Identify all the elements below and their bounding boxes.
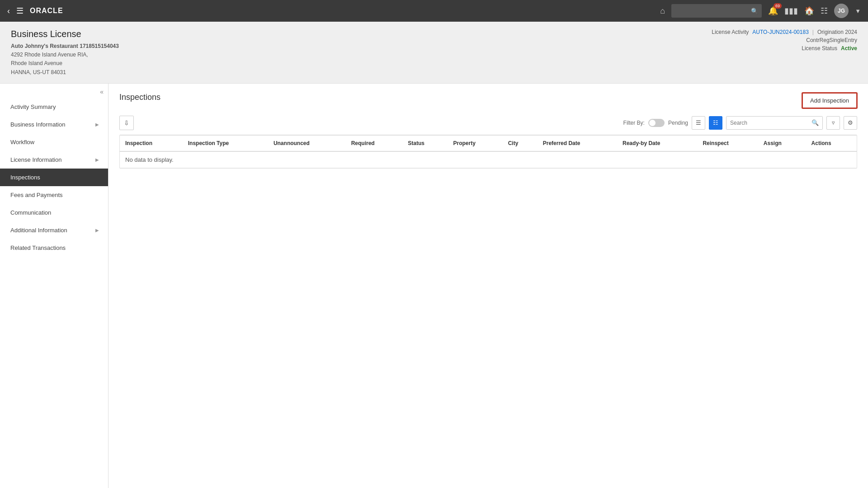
license-activity-label: License Activity <box>712 29 749 35</box>
sidebar-item-label-license-information: License Information <box>10 156 61 163</box>
sidebar-item-related-transactions[interactable]: Related Transactions <box>0 239 108 257</box>
business-address: Auto Johnny's Restaurant 1718515154043 4… <box>11 42 119 77</box>
sidebar-item-communication[interactable]: Communication <box>0 204 108 221</box>
col-header-preferred-date: Preferred Date <box>538 135 617 151</box>
license-status-label: License Status <box>802 45 837 52</box>
origination-label: Origination 2024 <box>817 29 857 35</box>
grid-icon[interactable]: ☷ <box>821 6 828 16</box>
grid-view-button[interactable]: ☷ <box>709 116 722 130</box>
back-button[interactable]: ‹ <box>7 6 10 16</box>
page-header: Business License Auto Johnny's Restauran… <box>0 22 868 84</box>
top-navigation: ‹ ☰ ORACLE ⌂ 🔍 🔔 69 ▮▮▮ 🏠 ☷ JG ▼ <box>0 0 868 22</box>
list-view-button[interactable]: ☰ <box>692 116 705 130</box>
business-title-block: Business License Auto Johnny's Restauran… <box>11 29 119 77</box>
sidebar-item-label-inspections: Inspections <box>10 174 40 181</box>
main-content: Inspections Add Inspection ⇩ Filter By: … <box>108 84 868 488</box>
table-header: InspectionInspection TypeUnannouncedRequ… <box>120 135 857 151</box>
col-header-unannounced: Unannounced <box>268 135 346 151</box>
user-avatar[interactable]: JG <box>834 4 849 18</box>
col-header-ready-by-date: Ready-by Date <box>617 135 697 151</box>
sidebar-chevron-license-information: ▶ <box>95 157 99 162</box>
origination-value-row: ContrRegSingleEntry <box>712 37 857 43</box>
sidebar-item-label-fees-and-payments: Fees and Payments <box>10 192 63 198</box>
table-row-no-data: No data to display. <box>120 151 857 168</box>
sidebar-item-label-related-transactions: Related Transactions <box>10 244 66 251</box>
notification-badge: 69 <box>774 3 782 9</box>
sidebar-item-additional-information[interactable]: Additional Information▶ <box>0 221 108 239</box>
sidebar-item-activity-summary[interactable]: Activity Summary <box>0 98 108 116</box>
global-search-wrapper: 🔍 <box>671 4 762 18</box>
column-settings-button[interactable]: ⚙ <box>844 116 857 130</box>
col-header-inspection: Inspection <box>120 135 183 151</box>
add-inspection-button[interactable]: Add Inspection <box>802 93 857 108</box>
sidebar-item-label-activity-summary: Activity Summary <box>10 103 56 110</box>
inspections-table: InspectionInspection TypeUnannouncedRequ… <box>120 135 857 168</box>
col-header-assign: Assign <box>758 135 806 151</box>
table-search-wrapper: 🔍 <box>726 116 823 130</box>
filter-by-label: Filter By: <box>623 120 645 126</box>
table-toolbar: ⇩ Filter By: Pending ☰ ☷ 🔍 ▿ ⚙ <box>119 116 857 130</box>
col-header-required: Required <box>346 135 403 151</box>
pending-label: Pending <box>668 120 688 126</box>
license-activity-row: License Activity AUTO-JUN2024-00183 | Or… <box>712 29 857 35</box>
sidebar-item-business-information[interactable]: Business Information▶ <box>0 116 108 133</box>
page-title: Business License <box>11 29 119 39</box>
sidebar-item-license-information[interactable]: License Information▶ <box>0 151 108 169</box>
address-line3: HANNA, US-UT 84031 <box>11 69 66 75</box>
col-header-status: Status <box>402 135 448 151</box>
sidebar: « Activity SummaryBusiness Information▶W… <box>0 84 108 488</box>
sidebar-collapse-button[interactable]: « <box>0 85 108 98</box>
col-header-reinspect: Reinspect <box>697 135 758 151</box>
sidebar-item-inspections[interactable]: Inspections <box>0 169 108 186</box>
col-header-property: Property <box>448 135 502 151</box>
section-title: Inspections <box>119 93 160 102</box>
license-activity-link[interactable]: AUTO-JUN2024-00183 <box>752 29 809 35</box>
sidebar-nav: Activity SummaryBusiness Information▶Wor… <box>0 98 108 257</box>
map-icon[interactable]: 🏠 <box>804 6 814 16</box>
meta-divider: | <box>812 29 814 35</box>
content-header: Inspections Add Inspection <box>119 93 857 108</box>
toolbar-right: Filter By: Pending ☰ ☷ 🔍 ▿ ⚙ <box>623 116 857 130</box>
download-button[interactable]: ⇩ <box>119 116 134 130</box>
sidebar-item-label-communication: Communication <box>10 209 51 216</box>
sidebar-chevron-business-information: ▶ <box>95 122 99 127</box>
pending-toggle[interactable] <box>648 119 665 127</box>
sidebar-item-label-business-information: Business Information <box>10 121 65 128</box>
oracle-logo: ORACLE <box>30 7 63 15</box>
inspections-table-wrapper: InspectionInspection TypeUnannouncedRequ… <box>119 135 857 169</box>
filter-button[interactable]: ▿ <box>826 116 840 130</box>
license-status-value: Active <box>841 45 857 52</box>
license-status-row: License Status Active <box>712 45 857 52</box>
col-header-actions: Actions <box>806 135 857 151</box>
address-line1: 4292 Rhode Island Avenue RIA, <box>11 52 88 58</box>
table-search-input[interactable] <box>726 117 808 129</box>
business-name: Auto Johnny's Restaurant 1718515154043 <box>11 43 119 49</box>
sidebar-item-fees-and-payments[interactable]: Fees and Payments <box>0 186 108 204</box>
no-data-message: No data to display. <box>120 151 857 168</box>
table-search-icon: 🔍 <box>808 117 822 129</box>
search-icon: 🔍 <box>751 8 758 14</box>
address-line2: Rhode Island Avenue <box>11 60 62 66</box>
sidebar-item-workflow[interactable]: Workflow <box>0 133 108 151</box>
analytics-icon[interactable]: ▮▮▮ <box>784 6 798 16</box>
col-header-city: City <box>503 135 538 151</box>
sidebar-item-label-additional-information: Additional Information <box>10 227 67 234</box>
notifications-button[interactable]: 🔔 69 <box>768 6 778 16</box>
home-icon[interactable]: ⌂ <box>660 6 665 16</box>
license-meta-block: License Activity AUTO-JUN2024-00183 | Or… <box>712 29 857 53</box>
col-header-inspection-type: Inspection Type <box>183 135 268 151</box>
main-area: « Activity SummaryBusiness Information▶W… <box>0 84 868 488</box>
origination-value: ContrRegSingleEntry <box>806 37 857 43</box>
toolbar-left: ⇩ <box>119 116 134 130</box>
global-search-input[interactable] <box>671 4 762 18</box>
sidebar-chevron-additional-information: ▶ <box>95 228 99 233</box>
sidebar-item-label-workflow: Workflow <box>10 139 34 145</box>
hamburger-menu-button[interactable]: ☰ <box>16 6 24 16</box>
user-menu-chevron[interactable]: ▼ <box>855 8 861 14</box>
